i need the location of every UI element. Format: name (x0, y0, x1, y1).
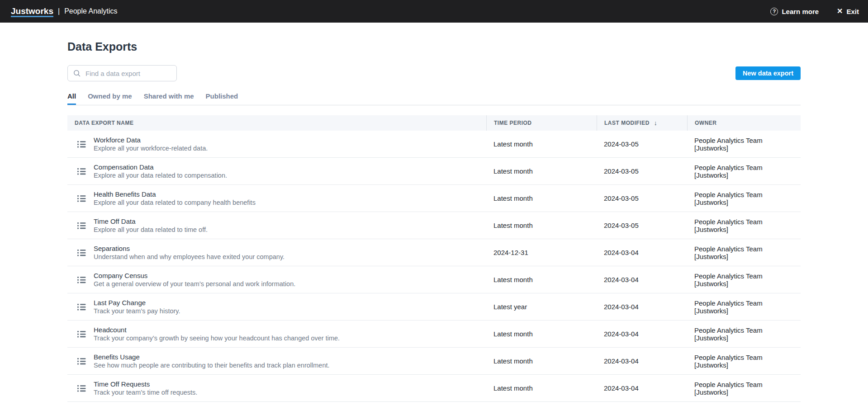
column-header-last-modified[interactable]: LAST MODIFIED ↓ (597, 115, 687, 131)
export-name-cell: Health Benefits Data Explore all your da… (67, 190, 486, 206)
search-box[interactable] (67, 65, 177, 81)
list-icon (77, 221, 86, 230)
table-row[interactable]: Health Benefits Data Explore all your da… (67, 185, 801, 212)
controls-row: New data export (67, 65, 801, 81)
owner-cell: People Analytics Team [Justworks] (687, 354, 801, 369)
table-row[interactable]: Headcount Track your company’s growth by… (67, 321, 801, 348)
export-description: Explore all your workforce-related data. (94, 145, 208, 152)
table-row[interactable]: Benefits Usage See how much people are c… (67, 348, 801, 375)
column-header-time-period[interactable]: TIME PERIOD (486, 115, 597, 131)
tabs: All Owned by me Shared with me Published (67, 92, 801, 105)
last-modified-cell: 2024-03-05 (597, 222, 687, 229)
table-row[interactable]: Time Off Requests Track your team’s time… (67, 375, 801, 402)
last-modified-cell: 2024-03-05 (597, 194, 687, 202)
sort-descending-icon[interactable]: ↓ (654, 119, 658, 127)
list-icon (77, 384, 86, 393)
column-header-owner[interactable]: OWNER (687, 115, 801, 131)
export-description: Track your company’s growth by seeing ho… (94, 335, 340, 342)
last-modified-cell: 2024-03-04 (597, 357, 687, 365)
list-icon (77, 275, 86, 284)
data-exports-table: DATA EXPORT NAME TIME PERIOD LAST MODIFI… (67, 115, 801, 402)
list-icon (77, 140, 86, 149)
export-name-cell: Compensation Data Explore all your data … (67, 163, 486, 179)
justworks-logo[interactable]: Justworks (11, 6, 53, 16)
export-name-cell: Headcount Track your company’s growth by… (67, 326, 486, 342)
new-data-export-button[interactable]: New data export (735, 66, 801, 80)
topbar-actions: ? Learn more ✕ Exit (770, 8, 859, 15)
export-name-cell: Time Off Requests Track your team’s time… (67, 380, 486, 396)
list-icon (77, 194, 86, 203)
table-row[interactable]: Separations Understand when and why empl… (67, 239, 801, 266)
exit-label: Exit (846, 8, 859, 15)
export-name: Workforce Data (94, 136, 208, 144)
search-icon (73, 70, 81, 77)
last-modified-cell: 2024-03-04 (597, 330, 687, 338)
table-row[interactable]: Last Pay Change Track your team’s pay hi… (67, 293, 801, 321)
last-modified-cell: 2024-03-04 (597, 384, 687, 392)
time-period-cell: Latest year (486, 303, 597, 311)
export-name: Headcount (94, 326, 340, 334)
owner-cell: People Analytics Team [Justworks] (687, 218, 801, 233)
time-period-cell: 2024-12-31 (486, 249, 597, 256)
owner-cell: People Analytics Team [Justworks] (687, 381, 801, 396)
table-header: DATA EXPORT NAME TIME PERIOD LAST MODIFI… (67, 115, 801, 131)
tab-owned-by-me[interactable]: Owned by me (88, 92, 132, 105)
learn-more-button[interactable]: ? Learn more (770, 8, 819, 15)
product-name: People Analytics (64, 7, 117, 15)
export-name-cell: Workforce Data Explore all your workforc… (67, 136, 486, 152)
owner-cell: People Analytics Team [Justworks] (687, 272, 801, 288)
export-description: Explore all your data related to compens… (94, 172, 227, 179)
last-modified-cell: 2024-03-04 (597, 303, 687, 311)
export-name-cell: Company Census Get a general overview of… (67, 272, 486, 288)
page-title: Data Exports (67, 40, 801, 53)
last-modified-cell: 2024-03-05 (597, 167, 687, 175)
export-name: Compensation Data (94, 163, 227, 171)
table-row[interactable]: Company Census Get a general overview of… (67, 266, 801, 293)
tab-published[interactable]: Published (206, 92, 238, 105)
time-period-cell: Latest month (486, 222, 597, 229)
export-description: Track your team’s pay history. (94, 307, 180, 315)
export-description: Understand when and why employees have e… (94, 253, 285, 260)
list-icon (77, 330, 86, 339)
time-period-cell: Latest month (486, 384, 597, 392)
owner-cell: People Analytics Team [Justworks] (687, 299, 801, 315)
main-content: Data Exports New data export All Owned b… (0, 40, 868, 402)
export-name-cell: Benefits Usage See how much people are c… (67, 353, 486, 369)
learn-more-label: Learn more (782, 8, 819, 15)
table-row[interactable]: Compensation Data Explore all your data … (67, 158, 801, 185)
time-period-cell: Latest month (486, 194, 597, 202)
exit-button[interactable]: ✕ Exit (837, 8, 859, 15)
export-name-cell: Last Pay Change Track your team’s pay hi… (67, 299, 486, 315)
export-description: See how much people are contributing to … (94, 362, 330, 369)
export-name: Last Pay Change (94, 299, 180, 307)
time-period-cell: Latest month (486, 276, 597, 283)
export-name: Time Off Data (94, 217, 208, 225)
tab-all[interactable]: All (67, 92, 76, 105)
list-icon (77, 167, 86, 176)
tab-shared-with-me[interactable]: Shared with me (144, 92, 194, 105)
owner-cell: People Analytics Team [Justworks] (687, 164, 801, 179)
export-description: Explore all your data related to company… (94, 199, 256, 206)
export-name: Time Off Requests (94, 380, 197, 388)
owner-cell: People Analytics Team [Justworks] (687, 326, 801, 342)
list-icon (77, 357, 86, 366)
export-name: Company Census (94, 272, 295, 279)
brand-separator: | (58, 7, 60, 15)
time-period-cell: Latest month (486, 167, 597, 175)
time-period-cell: Latest month (486, 330, 597, 338)
table-body: Workforce Data Explore all your workforc… (67, 131, 801, 402)
last-modified-cell: 2024-03-04 (597, 249, 687, 256)
export-description: Track your team’s time off requests. (94, 389, 197, 396)
table-row[interactable]: Workforce Data Explore all your workforc… (67, 131, 801, 158)
question-circle-icon: ? (770, 8, 778, 15)
table-row[interactable]: Time Off Data Explore all your data rela… (67, 212, 801, 239)
export-name: Separations (94, 245, 285, 252)
owner-cell: People Analytics Team [Justworks] (687, 191, 801, 206)
export-name: Health Benefits Data (94, 190, 256, 198)
export-name: Benefits Usage (94, 353, 330, 361)
search-input[interactable] (85, 69, 171, 78)
owner-cell: People Analytics Team [Justworks] (687, 245, 801, 260)
column-header-data-export-name[interactable]: DATA EXPORT NAME (67, 115, 486, 131)
list-icon (77, 248, 86, 257)
list-icon (77, 302, 86, 311)
